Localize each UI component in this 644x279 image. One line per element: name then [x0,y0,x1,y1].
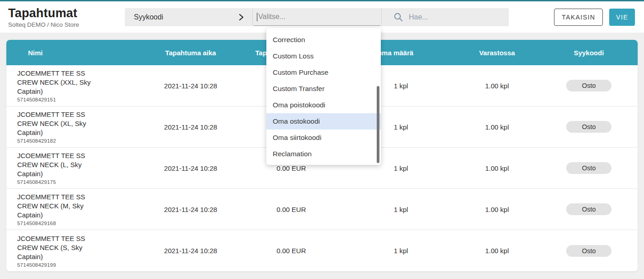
product-name: JCOEMMETT TEE SS CREW NECK (XXL, Sky Cap… [17,69,96,96]
export-button[interactable]: VIE [609,9,635,26]
store-breadcrumb: Solteq DEMO / Nico Store [8,21,125,28]
transaction-price: 0.00 EUR [235,247,348,255]
transaction-time: 2021-11-24 10:28 [147,206,235,213]
product-ean: 5714508429175 [17,179,147,185]
dropdown-item-7[interactable]: Reclamation [266,146,381,162]
product-ean: 5714508429199 [17,262,147,268]
app-root: Tapahtumat Solteq DEMO / Nico Store Syyk… [0,0,644,271]
filter-bar: Syykoodi [125,8,509,26]
reason-badge: Osto [566,203,611,215]
dropdown-item-6[interactable]: Oma siirtokoodi [266,130,381,146]
product-cell: JCOEMMETT TEE SS CREW NECK (XL, Sky Capt… [6,110,147,144]
stock-amount: 1.00 kpl [454,247,540,255]
product-ean: 5714508429182 [17,138,147,144]
transaction-price: 0.00 EUR [235,164,348,172]
dropdown-item-5[interactable]: Oma ostokoodi [266,113,381,130]
reason-cell: Osto [540,162,638,174]
column-header-syykoodi: Syykoodi [540,49,638,57]
product-cell: JCOEMMETT TEE SS CREW NECK (M, Sky Capta… [6,192,147,226]
table-row[interactable]: JCOEMMETT TEE SS CREW NECK (S, Sky Capta… [6,230,638,271]
column-header-nimi: Nimi [6,49,147,57]
reason-badge: Osto [566,121,611,133]
product-name: JCOEMMETT TEE SS CREW NECK (XL, Sky Capt… [17,110,96,137]
product-name: JCOEMMETT TEE SS CREW NECK (L, Sky Capta… [17,151,96,178]
column-header-varastossa: Varastossa [454,49,540,57]
product-ean: 5714508429168 [17,221,147,226]
reason-code-select[interactable]: Syykoodi [125,8,252,26]
value-select-input[interactable] [254,9,380,26]
reason-cell: Osto [540,245,638,257]
reason-cell: Osto [540,80,638,91]
dropdown-item-1[interactable]: Custom Loss [266,48,381,64]
transaction-time: 2021-11-24 10:28 [147,164,235,172]
text-caret [257,13,257,21]
transaction-amount: 1 kpl [348,247,454,255]
dropdown-item-3[interactable]: Custom Transfer [266,81,381,97]
reason-badge: Osto [566,80,611,91]
reason-cell: Osto [540,203,638,215]
product-cell: JCOEMMETT TEE SS CREW NECK (S, Sky Capta… [6,234,147,268]
product-cell: JCOEMMETT TEE SS CREW NECK (XXL, Sky Cap… [6,69,147,102]
transaction-price: 0.00 EUR [235,206,348,213]
stock-amount: 1.00 kpl [454,82,540,90]
transaction-time: 2021-11-24 10:28 [147,247,235,255]
header-actions: TAKAISIN VIE [554,9,644,26]
page-title: Tapahtumat [8,6,125,20]
product-cell: JCOEMMETT TEE SS CREW NECK (L, Sky Capta… [6,151,147,185]
product-name: JCOEMMETT TEE SS CREW NECK (M, Sky Capta… [17,192,96,220]
dropdown-item-0[interactable]: Correction [266,32,381,48]
reason-badge: Osto [566,162,611,174]
stock-amount: 1.00 kpl [454,164,540,172]
product-name: JCOEMMETT TEE SS CREW NECK (S, Sky Capta… [17,234,96,261]
back-button[interactable]: TAKAISIN [554,9,603,26]
search-field[interactable] [382,8,509,26]
table-row[interactable]: JCOEMMETT TEE SS CREW NECK (M, Sky Capta… [6,189,638,230]
search-input[interactable] [403,9,509,26]
search-icon [393,12,403,22]
reason-code-dropdown: Correction Custom Loss Custom Purchase C… [266,28,381,165]
dropdown-item-2[interactable]: Custom Purchase [266,64,381,81]
transaction-amount: 1 kpl [348,206,454,213]
transaction-amount: 1 kpl [348,164,454,172]
reason-cell: Osto [540,121,638,133]
reason-code-select-label: Syykoodi [134,13,163,21]
dropdown-item-4[interactable]: Oma poistokoodi [266,97,381,113]
reason-badge: Osto [566,245,611,257]
column-header-tapahtuma-aika: Tapahtuma aika [147,49,235,57]
dropdown-scrollbar-thumb[interactable] [377,86,379,163]
chevron-right-icon [239,14,244,21]
title-block: Tapahtumat Solteq DEMO / Nico Store [0,6,125,28]
transaction-time: 2021-11-24 10:28 [147,82,235,90]
transaction-time: 2021-11-24 10:28 [147,123,235,131]
value-select-field[interactable] [253,8,381,26]
product-ean: 5714508429151 [17,97,147,102]
stock-amount: 1.00 kpl [454,206,540,213]
stock-amount: 1.00 kpl [454,123,540,131]
